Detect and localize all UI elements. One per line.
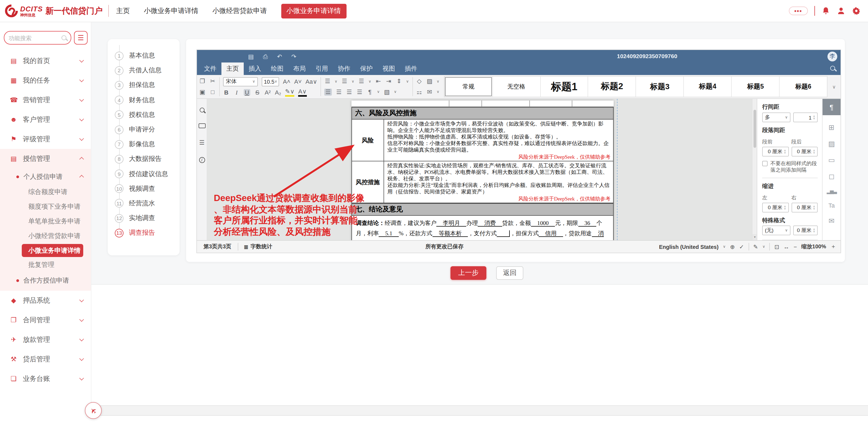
step-item[interactable]: 13 调查报告	[108, 226, 180, 240]
page-panel-icon[interactable]	[828, 156, 835, 164]
style-option[interactable]: 标题4	[684, 77, 732, 97]
save-icon[interactable]	[248, 53, 254, 60]
search-input[interactable]	[9, 35, 47, 41]
info-icon[interactable]: i	[199, 157, 205, 163]
shading-icon[interactable]	[383, 89, 390, 96]
step-item[interactable]: 3 担保信息	[108, 78, 180, 93]
table-panel-icon[interactable]	[829, 123, 835, 132]
nav-tab[interactable]: 小微业务申请详情	[281, 3, 346, 18]
select-icon[interactable]	[210, 89, 216, 95]
sidebar-sub-item[interactable]: 单笔单批业务申请	[0, 214, 91, 229]
scrollbar-thumb[interactable]	[753, 110, 756, 148]
bell-icon[interactable]	[822, 6, 830, 15]
gear-icon[interactable]	[852, 6, 861, 15]
line-spacing-select[interactable]: 多∨	[762, 112, 790, 122]
nav-tab[interactable]: 主页	[116, 6, 130, 15]
underline-icon[interactable]: U	[244, 89, 250, 95]
style-option[interactable]: 常规	[444, 77, 492, 97]
special-format-select[interactable]: (无)∨	[762, 226, 790, 235]
paragraph-mark-icon[interactable]	[367, 89, 373, 95]
user-avatar[interactable]: 李	[828, 51, 837, 61]
step-item[interactable]: 9 授信建议信息	[108, 167, 180, 181]
font-color-icon[interactable]: A∨	[299, 88, 307, 97]
step-item[interactable]: 7 影像信息	[108, 137, 180, 151]
step-item[interactable]: 10 视频调查	[108, 181, 180, 196]
line-spacing-stepper[interactable]: 1 ˄˅	[793, 112, 818, 122]
sidebar-item[interactable]: 营销管理	[0, 90, 91, 110]
nav-tab[interactable]: 小微经营贷款申请	[212, 6, 267, 15]
strikethrough-icon[interactable]: S	[254, 89, 260, 95]
sidebar-item[interactable]: 押品系统	[0, 291, 91, 310]
fit-width-icon[interactable]	[784, 243, 789, 250]
editor-menu-item[interactable]: 文件	[199, 63, 221, 75]
editor-menu-item[interactable]: 主页	[221, 63, 244, 75]
clear-format-icon[interactable]	[416, 78, 423, 85]
sidebar-subgroup-partner[interactable]: 合作方授信申请	[0, 272, 91, 288]
sidebar-sub-item[interactable]: 综合额度申请	[0, 185, 91, 199]
step-item[interactable]: 8 大数据报告	[108, 152, 180, 167]
spacing-after-stepper[interactable]: 0 厘米 ˄˅	[791, 147, 818, 157]
paste-icon[interactable]	[199, 89, 206, 96]
conclusion-paragraph[interactable]: 调查结论：经调查，建议为客户 李明月 办理 消费 贷款，金额 1000 元，期限…	[351, 216, 614, 240]
spellcheck-icon[interactable]	[739, 243, 744, 250]
find-icon[interactable]	[199, 108, 204, 112]
editor-menu-item[interactable]: 绘图	[266, 63, 288, 75]
format-painter-icon[interactable]	[416, 89, 423, 96]
bottom-scroll-strip[interactable]	[91, 405, 868, 416]
step-item[interactable]: 2 共借人信息	[108, 63, 180, 78]
fit-page-icon[interactable]	[774, 243, 779, 250]
cut-icon[interactable]	[210, 78, 216, 85]
sidebar-sub-item[interactable]: 批复管理	[0, 257, 91, 272]
zoom-in-button[interactable]: ＋	[831, 243, 836, 250]
editor-menu-item[interactable]: 保护	[355, 63, 377, 75]
checkbox[interactable]	[762, 161, 768, 166]
styles-more-icon[interactable]: ∨	[830, 76, 838, 97]
editor-menu-item[interactable]: 引用	[311, 63, 333, 75]
style-option[interactable]: 标题5	[731, 77, 779, 97]
editor-menu-item[interactable]: 插入	[244, 63, 266, 75]
decrease-indent-icon[interactable]	[375, 78, 382, 85]
sidebar-item[interactable]: 我的首页	[0, 51, 91, 71]
special-format-stepper[interactable]: 0 厘米 ˄˅	[793, 226, 818, 235]
vertical-scrollbar[interactable]	[752, 99, 757, 240]
multilevel-list-icon[interactable]	[358, 78, 365, 85]
sidebar-item[interactable]: 合同管理	[0, 310, 91, 330]
editor-menu-item[interactable]: 视图	[377, 63, 400, 75]
sidebar-item-credit[interactable]: 授信管理	[0, 149, 91, 168]
indent-left-stepper[interactable]: 0 厘米 ˄˅	[762, 203, 788, 212]
editor-menu-item[interactable]: 布局	[288, 63, 311, 75]
copy-icon[interactable]	[199, 78, 206, 85]
subscript-icon[interactable]: A₂	[275, 89, 281, 95]
print-icon[interactable]	[263, 53, 268, 60]
sidebar-item[interactable]: 业务台账	[0, 369, 91, 388]
step-item[interactable]: 1 基本信息	[108, 48, 180, 63]
sidebar-sub-item[interactable]: 小微业务申请详情	[22, 244, 83, 257]
style-option[interactable]: 标题2	[588, 77, 636, 97]
style-option[interactable]: 无空格	[492, 77, 540, 97]
paragraph-panel-tab[interactable]	[822, 99, 841, 115]
shrink-font-icon[interactable]: A˅	[294, 78, 302, 85]
step-item[interactable]: 11 经营流水	[108, 196, 180, 211]
grow-font-icon[interactable]: A˄	[283, 78, 290, 85]
editor-search-icon[interactable]	[830, 66, 835, 71]
bullet-list-icon[interactable]	[324, 78, 331, 85]
sidebar-subgroup-personal[interactable]: 个人授信申请	[0, 168, 91, 185]
sidebar-item[interactable]: 我的任务	[0, 71, 91, 90]
align-left-icon[interactable]	[324, 89, 332, 96]
edit-mode-icon[interactable]	[753, 243, 758, 250]
undo-icon[interactable]	[277, 53, 282, 60]
style-option[interactable]: 标题6	[779, 77, 827, 97]
editor-menu-item[interactable]: 协作	[333, 63, 355, 75]
image-panel-icon[interactable]	[828, 140, 835, 148]
bold-icon[interactable]: B	[223, 89, 229, 95]
change-case-icon[interactable]: Aa∨	[306, 78, 317, 85]
increase-indent-icon[interactable]	[385, 78, 392, 85]
floating-back-button[interactable]	[85, 402, 102, 419]
spacing-before-stepper[interactable]: 0 厘米 ˄˅	[762, 147, 788, 157]
shape-panel-icon[interactable]	[829, 172, 835, 180]
step-item[interactable]: 5 授权信息	[108, 108, 180, 122]
editor-menu-item[interactable]: 插件	[400, 63, 422, 75]
sidebar-sub-item[interactable]: 小微经营贷款申请	[0, 229, 91, 243]
indent-right-stepper[interactable]: 0 厘米 ˄˅	[791, 203, 818, 212]
step-item[interactable]: 6 申请评分	[108, 122, 180, 137]
